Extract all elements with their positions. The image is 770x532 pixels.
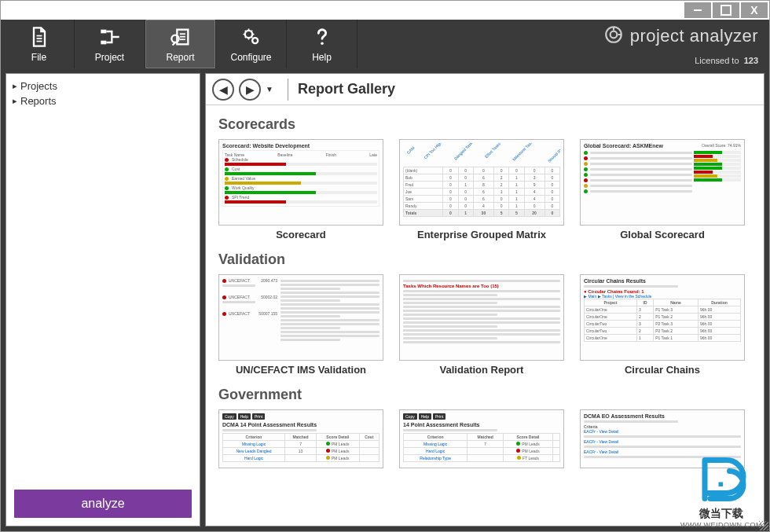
ribbon-help[interactable]: Help [287, 20, 358, 68]
card-label: Enterprise Grouped Matrix [417, 229, 546, 240]
minimize-button[interactable] [684, 2, 711, 18]
sidebar: Projects Reports analyze [6, 73, 200, 526]
report-icon [170, 26, 192, 50]
card-scorecard[interactable]: Scorecard: Website Development Task Name… [218, 139, 383, 240]
ribbon-label: File [31, 52, 46, 63]
ribbon-label: Configure [230, 52, 271, 63]
thumb-dcma14: CopyHelpPrint DCMA 14 Point Assessment R… [218, 409, 383, 468]
svg-rect-4 [101, 40, 106, 44]
thumb-dcma-eo: DCMA EO Assessment Results Criteria EACF… [580, 409, 745, 468]
brand-text: project analyzer [630, 26, 758, 46]
thumb-scorecard: Scorecard: Website Development Task Name… [218, 139, 383, 226]
card-circular-chains[interactable]: Circular Chains Results ● Circular Chain… [580, 274, 745, 376]
help-icon [311, 26, 333, 50]
ribbon-label: Project [95, 52, 124, 63]
report-gallery[interactable]: Scorecards Scorecard: Website Developmen… [206, 105, 764, 526]
close-button[interactable]: X [741, 2, 768, 18]
row-scorecards: Scorecard: Website Development Task Name… [218, 139, 751, 240]
card-validation-report[interactable]: Tasks Which Resource Names are Too (15) … [399, 274, 564, 376]
app-brand: project analyzer [603, 24, 758, 48]
divider [288, 79, 288, 101]
ribbon-label: Report [166, 52, 194, 63]
project-icon [99, 26, 121, 50]
card-dcma-eo[interactable]: DCMA EO Assessment Results Criteria EACF… [580, 409, 745, 468]
tree-item-projects[interactable]: Projects [13, 79, 193, 94]
main-header: ◀ ▶ ▼ Report Gallery [206, 74, 764, 105]
svg-point-11 [252, 38, 258, 43]
nav-back-button[interactable]: ◀ [212, 79, 234, 101]
tree-item-reports[interactable]: Reports [13, 94, 193, 108]
maximize-button[interactable] [713, 2, 739, 18]
triangle-right-icon: ▶ [246, 83, 255, 96]
card-14point[interactable]: CopyHelpPrint 14 Point Assessment Result… [399, 409, 564, 468]
svg-rect-7 [179, 35, 185, 37]
svg-rect-0 [36, 35, 42, 36]
ribbon-configure[interactable]: Configure [216, 20, 287, 68]
card-label: Global Scorecard [620, 229, 705, 240]
gear-icon [240, 26, 262, 50]
row-government: CopyHelpPrint DCMA 14 Point Assessment R… [218, 409, 751, 468]
ribbon-project[interactable]: Project [75, 20, 145, 68]
thumb-enterprise-matrix: CAMCPI Too HighDangled TasksEffort Tasks… [399, 139, 564, 226]
main-panel: ◀ ▶ ▼ Report Gallery Scorecards Scorecar… [205, 73, 764, 526]
svg-point-12 [321, 42, 324, 45]
card-label: Circular Chains [625, 364, 700, 376]
card-global-scorecard[interactable]: Global Scorecard: ASKMEnew Overall Score… [580, 139, 745, 240]
svg-rect-1 [36, 38, 42, 39]
page-title: Report Gallery [298, 81, 395, 97]
section-title-scorecards: Scorecards [218, 116, 751, 133]
thumb-circular-chains: Circular Chains Results ● Circular Chain… [580, 274, 745, 361]
card-dcma14[interactable]: CopyHelpPrint DCMA 14 Point Assessment R… [218, 409, 383, 468]
thumb-global-scorecard: Global Scorecard: ASKMEnew Overall Score… [580, 139, 745, 226]
card-label: Scorecard [276, 229, 326, 240]
svg-rect-2 [36, 40, 42, 42]
license-text: Licensed to 123 [695, 56, 758, 65]
resize-grip[interactable] [759, 521, 768, 530]
svg-point-10 [244, 30, 251, 37]
ribbon-toolbar: File Project Report Configure Help [1, 20, 769, 68]
card-enterprise-matrix[interactable]: CAMCPI Too HighDangled TasksEffort Tasks… [399, 139, 564, 240]
ribbon-label: Help [312, 52, 332, 63]
file-icon [28, 26, 50, 50]
thumb-14point: CopyHelpPrint 14 Point Assessment Result… [399, 409, 564, 468]
analyze-button[interactable]: analyze [14, 490, 192, 518]
ribbon-report[interactable]: Report [145, 20, 216, 68]
svg-rect-8 [179, 39, 185, 40]
svg-rect-3 [101, 29, 106, 33]
card-label: UN/CEFACT IMS Validation [236, 364, 366, 376]
svg-point-14 [610, 31, 617, 39]
history-dropdown[interactable]: ▼ [266, 85, 273, 94]
nav-forward-button[interactable]: ▶ [239, 79, 261, 101]
svg-rect-6 [179, 33, 185, 35]
triangle-left-icon: ◀ [219, 83, 228, 96]
ribbon-file[interactable]: File [4, 20, 75, 68]
brand-logo-icon [603, 24, 624, 48]
section-title-government: Government [218, 387, 751, 403]
thumb-uncefact: UNCEFACT2090.473 UNCEFACT50002.02 UNCEFA… [218, 274, 383, 361]
card-label: Validation Report [440, 364, 524, 376]
titlebar: X [1, 1, 769, 20]
tree-panel: Projects Reports [6, 74, 200, 482]
card-uncefact[interactable]: UNCEFACT2090.473 UNCEFACT50002.02 UNCEFA… [218, 274, 383, 376]
section-title-validation: Validation [218, 251, 751, 268]
row-validation: UNCEFACT2090.473 UNCEFACT50002.02 UNCEFA… [218, 274, 751, 376]
thumb-validation-report: Tasks Which Resource Names are Too (15) [399, 274, 564, 361]
